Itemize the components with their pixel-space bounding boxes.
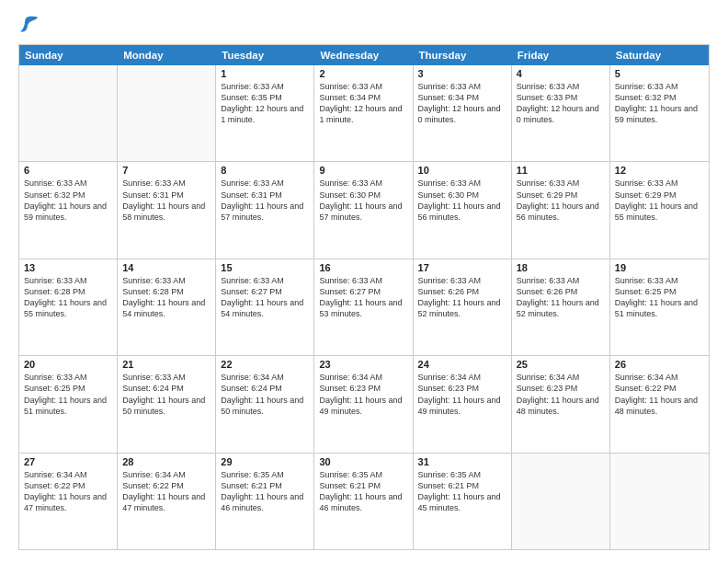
day-number: 21	[122, 359, 210, 370]
day-number: 17	[418, 262, 506, 273]
day-cell-5: 5Sunrise: 6:33 AM Sunset: 6:32 PM Daylig…	[610, 65, 709, 161]
day-cell-6: 6Sunrise: 6:33 AM Sunset: 6:32 PM Daylig…	[19, 162, 118, 258]
header-day-tuesday: Tuesday	[216, 45, 314, 65]
day-cell-20: 20Sunrise: 6:33 AM Sunset: 6:25 PM Dayli…	[19, 356, 118, 452]
day-number: 31	[418, 456, 506, 467]
day-number: 4	[517, 68, 605, 79]
day-number: 27	[24, 456, 112, 467]
empty-cell	[19, 65, 118, 161]
day-cell-8: 8Sunrise: 6:33 AM Sunset: 6:31 PM Daylig…	[216, 162, 314, 258]
header-day-sunday: Sunday	[19, 45, 118, 65]
cell-info: Sunrise: 6:34 AM Sunset: 6:22 PM Dayligh…	[615, 372, 704, 417]
day-cell-26: 26Sunrise: 6:34 AM Sunset: 6:22 PM Dayli…	[610, 356, 709, 452]
cell-info: Sunrise: 6:33 AM Sunset: 6:34 PM Dayligh…	[418, 81, 506, 126]
calendar: SundayMondayTuesdayWednesdayThursdayFrid…	[18, 44, 710, 550]
header-day-friday: Friday	[512, 45, 610, 65]
day-number: 25	[517, 359, 605, 370]
day-number: 12	[615, 165, 704, 176]
cell-info: Sunrise: 6:34 AM Sunset: 6:22 PM Dayligh…	[24, 469, 112, 514]
cell-info: Sunrise: 6:33 AM Sunset: 6:25 PM Dayligh…	[24, 372, 112, 417]
header-day-thursday: Thursday	[414, 45, 512, 65]
day-cell-30: 30Sunrise: 6:35 AM Sunset: 6:21 PM Dayli…	[314, 454, 413, 549]
day-number: 7	[122, 165, 210, 176]
day-number: 6	[24, 165, 112, 176]
cell-info: Sunrise: 6:33 AM Sunset: 6:29 PM Dayligh…	[615, 178, 704, 223]
day-cell-1: 1Sunrise: 6:33 AM Sunset: 6:35 PM Daylig…	[216, 65, 314, 161]
day-number: 14	[122, 262, 210, 273]
logo-bird-icon	[20, 15, 40, 35]
day-number: 28	[122, 456, 210, 467]
cell-info: Sunrise: 6:33 AM Sunset: 6:35 PM Dayligh…	[221, 81, 309, 126]
cell-info: Sunrise: 6:33 AM Sunset: 6:30 PM Dayligh…	[319, 178, 407, 223]
day-number: 15	[221, 262, 309, 273]
day-number: 2	[319, 68, 407, 79]
week-row-3: 13Sunrise: 6:33 AM Sunset: 6:28 PM Dayli…	[19, 259, 709, 356]
day-cell-18: 18Sunrise: 6:33 AM Sunset: 6:26 PM Dayli…	[512, 259, 610, 355]
day-cell-29: 29Sunrise: 6:35 AM Sunset: 6:21 PM Dayli…	[216, 454, 314, 549]
cell-info: Sunrise: 6:33 AM Sunset: 6:30 PM Dayligh…	[418, 178, 506, 223]
cell-info: Sunrise: 6:33 AM Sunset: 6:33 PM Dayligh…	[517, 81, 605, 126]
day-cell-12: 12Sunrise: 6:33 AM Sunset: 6:29 PM Dayli…	[610, 162, 709, 258]
week-row-5: 27Sunrise: 6:34 AM Sunset: 6:22 PM Dayli…	[19, 454, 709, 549]
day-cell-27: 27Sunrise: 6:34 AM Sunset: 6:22 PM Dayli…	[19, 454, 118, 549]
day-cell-4: 4Sunrise: 6:33 AM Sunset: 6:33 PM Daylig…	[512, 65, 610, 161]
cell-info: Sunrise: 6:33 AM Sunset: 6:31 PM Dayligh…	[122, 178, 210, 223]
day-cell-9: 9Sunrise: 6:33 AM Sunset: 6:30 PM Daylig…	[314, 162, 413, 258]
week-row-4: 20Sunrise: 6:33 AM Sunset: 6:25 PM Dayli…	[19, 356, 709, 453]
day-number: 10	[418, 165, 506, 176]
header-day-wednesday: Wednesday	[314, 45, 413, 65]
day-number: 30	[319, 456, 407, 467]
cell-info: Sunrise: 6:34 AM Sunset: 6:23 PM Dayligh…	[319, 372, 407, 417]
cell-info: Sunrise: 6:34 AM Sunset: 6:23 PM Dayligh…	[418, 372, 506, 417]
day-cell-22: 22Sunrise: 6:34 AM Sunset: 6:24 PM Dayli…	[216, 356, 314, 452]
day-cell-11: 11Sunrise: 6:33 AM Sunset: 6:29 PM Dayli…	[512, 162, 610, 258]
page: SundayMondayTuesdayWednesdayThursdayFrid…	[0, 0, 728, 563]
day-number: 11	[517, 165, 605, 176]
day-number: 22	[221, 359, 309, 370]
day-number: 13	[24, 262, 112, 273]
day-cell-14: 14Sunrise: 6:33 AM Sunset: 6:28 PM Dayli…	[118, 259, 216, 355]
calendar-body: 1Sunrise: 6:33 AM Sunset: 6:35 PM Daylig…	[19, 65, 709, 549]
cell-info: Sunrise: 6:33 AM Sunset: 6:32 PM Dayligh…	[24, 178, 112, 223]
day-cell-3: 3Sunrise: 6:33 AM Sunset: 6:34 PM Daylig…	[414, 65, 512, 161]
day-number: 1	[221, 68, 309, 79]
cell-info: Sunrise: 6:33 AM Sunset: 6:32 PM Dayligh…	[615, 81, 704, 126]
cell-info: Sunrise: 6:33 AM Sunset: 6:28 PM Dayligh…	[122, 275, 210, 320]
cell-info: Sunrise: 6:33 AM Sunset: 6:29 PM Dayligh…	[517, 178, 605, 223]
day-number: 16	[319, 262, 407, 273]
header-day-monday: Monday	[118, 45, 216, 65]
day-cell-23: 23Sunrise: 6:34 AM Sunset: 6:23 PM Dayli…	[314, 356, 413, 452]
day-cell-15: 15Sunrise: 6:33 AM Sunset: 6:27 PM Dayli…	[216, 259, 314, 355]
day-number: 9	[319, 165, 407, 176]
day-cell-21: 21Sunrise: 6:33 AM Sunset: 6:24 PM Dayli…	[118, 356, 216, 452]
cell-info: Sunrise: 6:33 AM Sunset: 6:25 PM Dayligh…	[615, 275, 704, 320]
day-cell-31: 31Sunrise: 6:35 AM Sunset: 6:21 PM Dayli…	[414, 454, 512, 549]
cell-info: Sunrise: 6:34 AM Sunset: 6:24 PM Dayligh…	[221, 372, 309, 417]
day-number: 23	[319, 359, 407, 370]
day-cell-24: 24Sunrise: 6:34 AM Sunset: 6:23 PM Dayli…	[414, 356, 512, 452]
day-cell-13: 13Sunrise: 6:33 AM Sunset: 6:28 PM Dayli…	[19, 259, 118, 355]
empty-cell	[610, 454, 709, 549]
day-cell-16: 16Sunrise: 6:33 AM Sunset: 6:27 PM Dayli…	[314, 259, 413, 355]
day-number: 3	[418, 68, 506, 79]
cell-info: Sunrise: 6:33 AM Sunset: 6:28 PM Dayligh…	[24, 275, 112, 320]
cell-info: Sunrise: 6:33 AM Sunset: 6:26 PM Dayligh…	[517, 275, 605, 320]
day-number: 18	[517, 262, 605, 273]
cell-info: Sunrise: 6:33 AM Sunset: 6:26 PM Dayligh…	[418, 275, 506, 320]
day-cell-25: 25Sunrise: 6:34 AM Sunset: 6:23 PM Dayli…	[512, 356, 610, 452]
cell-info: Sunrise: 6:34 AM Sunset: 6:22 PM Dayligh…	[122, 469, 210, 514]
week-row-1: 1Sunrise: 6:33 AM Sunset: 6:35 PM Daylig…	[19, 65, 709, 162]
day-cell-10: 10Sunrise: 6:33 AM Sunset: 6:30 PM Dayli…	[414, 162, 512, 258]
day-cell-28: 28Sunrise: 6:34 AM Sunset: 6:22 PM Dayli…	[118, 454, 216, 549]
cell-info: Sunrise: 6:35 AM Sunset: 6:21 PM Dayligh…	[418, 469, 506, 514]
cell-info: Sunrise: 6:33 AM Sunset: 6:24 PM Dayligh…	[122, 372, 210, 417]
day-number: 19	[615, 262, 704, 273]
empty-cell	[512, 454, 610, 549]
day-cell-19: 19Sunrise: 6:33 AM Sunset: 6:25 PM Dayli…	[610, 259, 709, 355]
day-number: 29	[221, 456, 309, 467]
day-cell-2: 2Sunrise: 6:33 AM Sunset: 6:34 PM Daylig…	[314, 65, 413, 161]
empty-cell	[118, 65, 216, 161]
cell-info: Sunrise: 6:35 AM Sunset: 6:21 PM Dayligh…	[221, 469, 309, 514]
day-cell-7: 7Sunrise: 6:33 AM Sunset: 6:31 PM Daylig…	[118, 162, 216, 258]
day-number: 26	[615, 359, 704, 370]
